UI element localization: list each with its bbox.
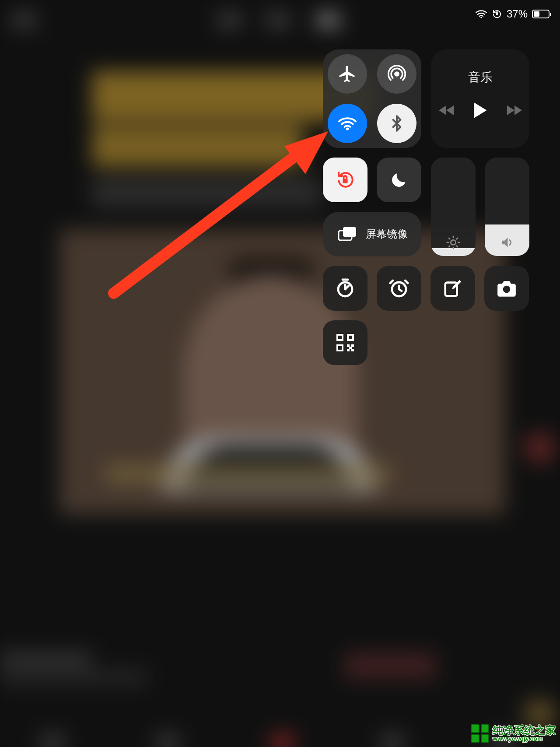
svg-rect-1 xyxy=(496,13,498,15)
screen-mirroring-label: 屏幕镜像 xyxy=(366,227,408,241)
sliders-group xyxy=(431,158,529,256)
music-prev-button[interactable] xyxy=(439,104,455,118)
watermark-text: 纯净系统之家 xyxy=(493,725,556,736)
moon-icon xyxy=(389,170,409,189)
play-icon xyxy=(473,102,488,119)
shortcuts-row xyxy=(323,266,529,311)
compose-icon xyxy=(443,278,463,298)
notes-shortcut[interactable] xyxy=(430,266,475,311)
rewind-icon xyxy=(439,104,455,116)
music-play-button[interactable] xyxy=(473,102,488,121)
camera-icon xyxy=(496,279,518,298)
airdrop-toggle[interactable] xyxy=(377,54,416,94)
screen-mirroring-button[interactable]: 屏幕镜像 xyxy=(323,212,421,256)
control-center: 音乐 xyxy=(323,49,529,365)
svg-point-0 xyxy=(480,17,482,18)
svg-point-2 xyxy=(395,72,399,76)
battery-icon xyxy=(532,10,550,18)
airplane-mode-toggle[interactable] xyxy=(328,54,367,94)
qr-scan-shortcut[interactable] xyxy=(323,320,368,365)
watermark: 纯净系统之家 www.ycwqjy.com xyxy=(471,724,556,743)
alarm-shortcut[interactable] xyxy=(377,266,421,311)
wifi-status-icon xyxy=(475,9,487,19)
status-bar: 37% xyxy=(475,8,550,20)
bluetooth-toggle[interactable] xyxy=(377,104,416,143)
bluetooth-icon xyxy=(388,114,406,133)
svg-rect-7 xyxy=(343,227,356,237)
music-widget[interactable]: 音乐 xyxy=(431,49,529,148)
watermark-url: www.ycwqjy.com xyxy=(493,736,556,742)
svg-rect-22 xyxy=(349,347,352,349)
orientation-lock-toggle[interactable] xyxy=(323,158,368,202)
airdrop-icon xyxy=(387,64,406,84)
wifi-icon xyxy=(338,115,357,132)
brightness-icon xyxy=(431,235,476,250)
timer-shortcut[interactable] xyxy=(323,266,368,311)
timer-icon xyxy=(335,278,356,299)
orientation-lock-icon xyxy=(333,168,357,192)
svg-rect-4 xyxy=(343,179,347,183)
alarm-icon xyxy=(388,278,410,299)
airplane-icon xyxy=(338,64,357,84)
focus-row xyxy=(323,158,421,202)
battery-percent: 37% xyxy=(507,8,528,20)
watermark-logo xyxy=(471,724,489,743)
screen-mirroring-icon xyxy=(337,225,358,243)
qr-code-icon xyxy=(335,332,356,353)
svg-point-11 xyxy=(503,286,511,293)
music-title: 音乐 xyxy=(468,69,493,86)
do-not-disturb-toggle[interactable] xyxy=(377,158,421,202)
svg-rect-17 xyxy=(338,346,342,350)
connectivity-group[interactable] xyxy=(323,49,421,148)
orientation-lock-status-icon xyxy=(492,9,502,19)
music-next-button[interactable] xyxy=(506,104,522,118)
wifi-toggle[interactable] xyxy=(328,104,367,143)
svg-rect-13 xyxy=(338,336,342,339)
svg-point-3 xyxy=(346,127,349,130)
svg-point-5 xyxy=(451,240,455,245)
fastforward-icon xyxy=(506,104,522,116)
camera-shortcut[interactable] xyxy=(484,266,529,311)
brightness-slider[interactable] xyxy=(431,158,476,256)
svg-rect-15 xyxy=(349,336,352,339)
volume-slider[interactable] xyxy=(485,158,529,256)
volume-icon xyxy=(485,235,529,250)
